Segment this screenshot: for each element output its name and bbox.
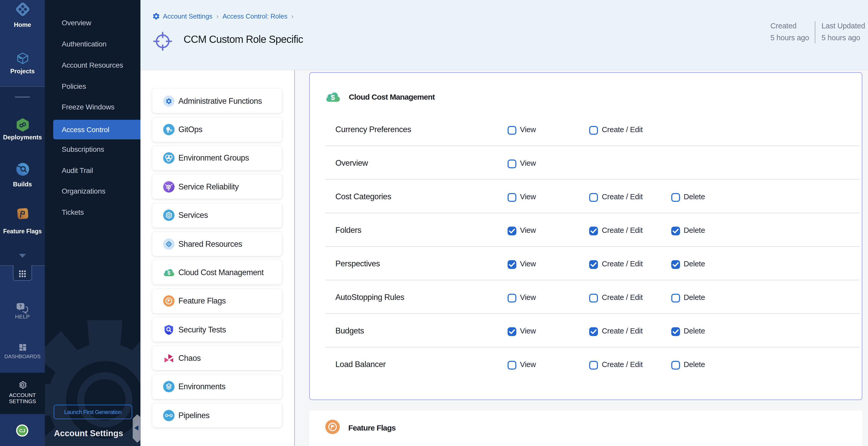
svg-text:$: $ [167,270,170,276]
svg-text:$: $ [331,93,335,101]
svg-text:?: ? [19,304,22,309]
svg-text:CJ: CJ [19,428,25,433]
